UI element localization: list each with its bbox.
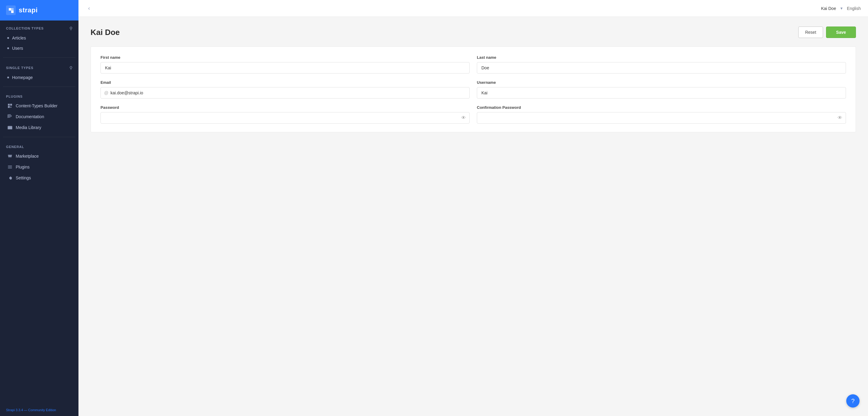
sidebar-item-label: Plugins: [16, 165, 30, 169]
sidebar-item-label: Content-Types Builder: [16, 103, 58, 108]
email-input-wrapper: @: [100, 87, 470, 99]
form-card: First name Last name Email @: [91, 46, 856, 132]
username-label: Username: [477, 80, 846, 85]
language-selector[interactable]: English: [847, 6, 861, 11]
general-header: GENERAL: [3, 145, 75, 151]
sidebar-divider-2: [3, 86, 75, 87]
first-name-label: First name: [100, 55, 470, 60]
plugins-title: PLUGINS: [6, 95, 23, 98]
single-types-header: SINGLE TYPES ⚲: [3, 65, 75, 73]
settings-icon: [7, 175, 13, 180]
sidebar: strapi COLLECTION TYPES ⚲ Articles Users…: [0, 0, 79, 416]
password-input-wrapper: 👁: [100, 112, 470, 124]
collection-types-header: COLLECTION TYPES ⚲: [3, 26, 75, 33]
sidebar-item-label: Homepage: [12, 75, 33, 80]
plugins-section: PLUGINS Content-Types Builder Documentat…: [0, 89, 79, 134]
svg-rect-4: [8, 117, 10, 118]
sidebar-divider-3: [3, 137, 75, 137]
brand-name: strapi: [19, 6, 38, 14]
last-name-group: Last name: [477, 55, 846, 74]
user-name[interactable]: Kai Doe: [821, 6, 836, 11]
confirm-password-eye-icon[interactable]: 👁: [838, 115, 842, 120]
sidebar-logo[interactable]: strapi: [0, 0, 79, 21]
sidebar-item-media-library[interactable]: Media Library: [3, 123, 75, 133]
username-input[interactable]: [477, 87, 846, 99]
username-group: Username: [477, 80, 846, 99]
last-name-input[interactable]: [477, 62, 846, 74]
collection-types-search-icon[interactable]: ⚲: [69, 26, 72, 31]
sidebar-footer: Strapi 3.3.4 — Community Edition: [0, 404, 79, 416]
form-row-passwords: Password 👁 Confirmation Password 👁: [100, 105, 846, 124]
svg-rect-3: [8, 116, 12, 117]
svg-rect-1: [8, 114, 11, 115]
sidebar-item-articles[interactable]: Articles: [3, 33, 75, 43]
first-name-group: First name: [100, 55, 470, 74]
sidebar-item-content-types-builder[interactable]: Content-Types Builder: [3, 101, 75, 111]
topbar-right: Kai Doe ▼ English: [821, 6, 861, 11]
collection-types-title: COLLECTION TYPES: [6, 27, 44, 30]
save-button[interactable]: Save: [826, 27, 856, 38]
content-types-builder-icon: [7, 103, 13, 108]
bullet-icon: [7, 47, 9, 49]
sidebar-item-label: Marketplace: [16, 154, 39, 159]
password-eye-icon[interactable]: 👁: [461, 115, 466, 120]
first-name-input[interactable]: [100, 62, 470, 74]
sidebar-item-homepage[interactable]: Homepage: [3, 73, 75, 82]
media-library-icon: [7, 125, 13, 130]
bullet-icon: [7, 76, 9, 78]
sidebar-item-label: Settings: [16, 175, 31, 180]
form-row-names: First name Last name: [100, 55, 846, 74]
confirm-password-label: Confirmation Password: [477, 105, 846, 110]
svg-rect-7: [8, 167, 12, 167]
single-types-search-icon[interactable]: ⚲: [69, 65, 72, 70]
sidebar-item-marketplace[interactable]: Marketplace: [3, 151, 75, 161]
content-area: Kai Doe Reset Save First name Last name: [79, 17, 868, 416]
user-chevron-icon[interactable]: ▼: [840, 6, 843, 10]
sidebar-item-label: Media Library: [16, 125, 41, 130]
sidebar-item-label: Documentation: [16, 114, 44, 119]
general-section: GENERAL Marketplace Plugins Settings: [0, 140, 79, 185]
collection-types-section: COLLECTION TYPES ⚲ Articles Users: [0, 21, 79, 55]
confirm-password-input[interactable]: [477, 112, 846, 124]
general-title: GENERAL: [6, 145, 24, 149]
email-label: Email: [100, 80, 470, 85]
password-label: Password: [100, 105, 470, 110]
confirm-password-input-wrapper: 👁: [477, 112, 846, 124]
topbar-left: ‹: [86, 4, 92, 13]
plugins-icon: [7, 164, 13, 170]
content-header: Kai Doe Reset Save: [91, 27, 856, 38]
reset-button[interactable]: Reset: [798, 27, 823, 38]
sidebar-divider: [3, 57, 75, 58]
back-button[interactable]: ‹: [86, 4, 92, 13]
sidebar-item-label: Articles: [12, 36, 26, 40]
confirm-password-group: Confirmation Password 👁: [477, 105, 846, 124]
topbar: ‹ Kai Doe ▼ English: [79, 0, 868, 17]
email-input[interactable]: [100, 87, 470, 99]
sidebar-item-plugins[interactable]: Plugins: [3, 162, 75, 172]
help-button[interactable]: ?: [846, 394, 860, 408]
page-title: Kai Doe: [91, 28, 120, 37]
sidebar-item-settings[interactable]: Settings: [3, 173, 75, 183]
version-info: Strapi 3.3.4 — Community Edition: [6, 408, 56, 412]
documentation-icon: [7, 114, 13, 119]
password-input[interactable]: [100, 112, 470, 124]
last-name-label: Last name: [477, 55, 846, 60]
svg-rect-5: [8, 114, 8, 118]
bullet-icon: [7, 37, 9, 39]
strapi-logo-icon: [6, 5, 16, 15]
email-group: Email @: [100, 80, 470, 99]
main-area: ‹ Kai Doe ▼ English Kai Doe Reset Save F…: [79, 0, 868, 416]
plugins-header: PLUGINS: [3, 95, 75, 101]
header-actions: Reset Save: [798, 27, 856, 38]
marketplace-icon: [7, 153, 13, 159]
svg-rect-2: [8, 115, 12, 116]
sidebar-item-users[interactable]: Users: [3, 43, 75, 53]
sidebar-item-label: Users: [12, 46, 23, 50]
password-group: Password 👁: [100, 105, 470, 124]
single-types-section: SINGLE TYPES ⚲ Homepage: [0, 60, 79, 84]
single-types-title: SINGLE TYPES: [6, 66, 33, 70]
svg-rect-6: [8, 166, 12, 166]
svg-rect-8: [8, 168, 12, 169]
form-row-email-username: Email @ Username: [100, 80, 846, 99]
sidebar-item-documentation[interactable]: Documentation: [3, 111, 75, 122]
